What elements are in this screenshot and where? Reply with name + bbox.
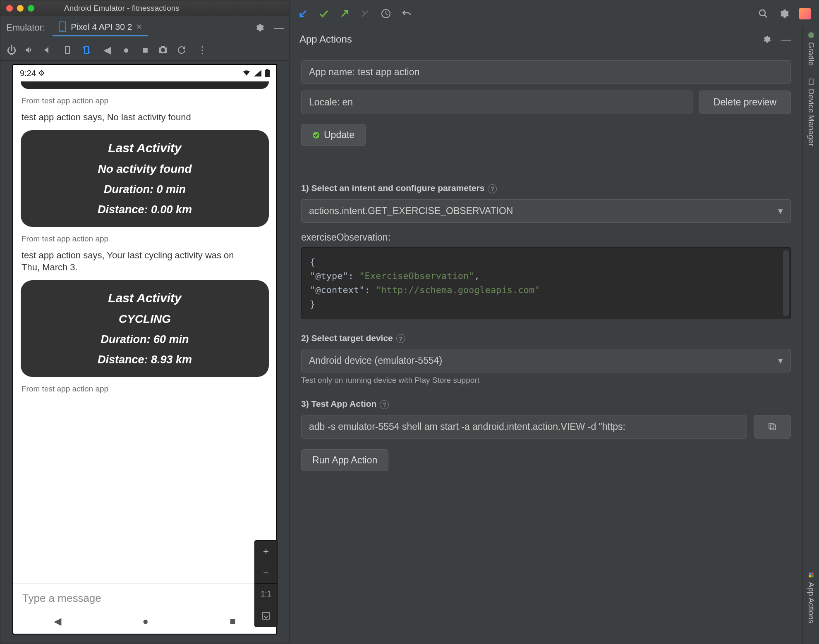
card-title: Last Activity (29, 141, 261, 155)
battery-icon (265, 69, 270, 77)
help-icon[interactable]: ? (396, 334, 405, 343)
home-icon[interactable]: ● (120, 44, 133, 56)
panel-gear-icon[interactable] (762, 35, 774, 44)
emulator-tab[interactable]: Pixel 4 API 30 2 ✕ (53, 19, 148, 36)
branch-disabled-icon (360, 8, 375, 19)
nav-back-icon[interactable]: ◀ (54, 615, 61, 627)
card-line: No activity found (29, 162, 261, 176)
check-icon[interactable] (318, 8, 333, 19)
update-button[interactable]: Update (301, 124, 366, 146)
svg-rect-3 (84, 46, 89, 54)
siderail-app-actions[interactable]: App Actions (807, 571, 816, 623)
help-icon[interactable]: ? (380, 400, 389, 409)
svg-point-17 (811, 575, 814, 577)
back-icon[interactable]: ◀ (101, 44, 114, 56)
zoom-reset-button[interactable]: 1:1 (255, 584, 277, 605)
history-icon[interactable] (381, 8, 395, 19)
svg-rect-4 (265, 70, 270, 77)
delete-preview-button[interactable]: Delete preview (699, 91, 791, 114)
window-title: Android Emulator - fitnessactions (39, 4, 283, 13)
maximize-window-icon[interactable] (28, 5, 34, 12)
settings-icon[interactable] (778, 8, 793, 19)
refresh-icon[interactable] (177, 45, 190, 55)
overview-icon[interactable]: ■ (139, 44, 152, 56)
help-icon[interactable]: ? (488, 184, 497, 193)
intent-select[interactable]: actions.intent.GET_EXERCISE_OBSERVATION … (301, 199, 791, 223)
locale-field[interactable]: Locale: en (301, 91, 692, 114)
siderail-device-manager[interactable]: Device Manager (807, 78, 816, 146)
svg-rect-10 (769, 423, 774, 428)
panel-header: App Actions — (290, 27, 802, 51)
step-label: 1) Select an intent and configure parame… (301, 183, 791, 193)
svg-rect-5 (266, 69, 268, 70)
chevron-down-icon: ▾ (778, 205, 783, 217)
assistant-text: test app action says, No last activity f… (22, 111, 253, 124)
siderail-gradle[interactable]: Gradle (807, 31, 816, 66)
close-tab-icon[interactable]: ✕ (136, 22, 142, 31)
scrollbar[interactable] (783, 250, 789, 316)
search-icon[interactable] (758, 8, 773, 19)
copy-button[interactable] (754, 415, 791, 439)
nav-home-icon[interactable]: ● (142, 615, 148, 627)
chevron-down-icon: ▾ (778, 355, 783, 366)
card-line: Duration: 60 min (29, 333, 261, 346)
undo-icon[interactable] (401, 8, 416, 19)
card-line: CYCLING (29, 312, 261, 326)
activity-card: Last Activity CYCLING Duration: 60 min D… (21, 280, 269, 377)
check-circle-icon (312, 131, 320, 139)
user-avatar[interactable] (799, 8, 811, 19)
app-name-field[interactable]: App name: test app action (301, 60, 791, 84)
screenshot-icon[interactable] (158, 45, 171, 55)
zoom-controls: + − 1:1 (254, 540, 278, 627)
mac-titlebar: Android Emulator - fitnessactions (0, 0, 289, 16)
nav-overview-icon[interactable]: ■ (230, 615, 236, 627)
card-line: Duration: 0 min (29, 183, 261, 196)
minimize-window-icon[interactable] (17, 5, 24, 12)
chat-area[interactable]: From test app action app test app action… (13, 81, 276, 583)
arrow-up-right-icon[interactable] (339, 8, 354, 19)
device-value: Android device (emulator-5554) (309, 355, 442, 366)
signal-icon (254, 70, 261, 76)
from-label: From test app action app (22, 384, 269, 394)
json-editor[interactable]: { "@type": "ExerciseObservation", "@cont… (301, 247, 791, 319)
from-label: From test app action app (22, 96, 269, 105)
svg-point-12 (808, 32, 814, 38)
rotate-right-icon[interactable] (81, 45, 95, 55)
svg-point-8 (759, 10, 765, 16)
rotate-left-icon[interactable] (62, 45, 76, 55)
from-label: From test app action app (22, 234, 269, 243)
volume-down-icon[interactable] (43, 45, 57, 55)
svg-point-16 (809, 575, 811, 577)
message-input[interactable]: Type a message (22, 592, 267, 605)
arrow-down-left-icon[interactable] (298, 8, 313, 19)
more-icon[interactable]: ⋮ (196, 44, 209, 56)
assistant-text: test app action says, Your last cycling … (22, 249, 253, 274)
activity-card: Last Activity No activity found Duration… (21, 130, 269, 227)
svg-rect-11 (771, 425, 776, 430)
close-window-icon[interactable] (6, 5, 13, 12)
svg-point-1 (62, 30, 63, 31)
side-rail: Gradle Device Manager App Actions (802, 27, 819, 644)
device-screen: 9:24 ⚙ (12, 64, 277, 634)
gear-icon[interactable] (254, 23, 267, 33)
panel-minimize-icon[interactable]: — (780, 33, 793, 45)
zoom-out-button[interactable]: − (255, 562, 277, 584)
window-controls (6, 5, 34, 12)
device-hint: Test only on running device with Play St… (301, 376, 791, 385)
volume-up-icon[interactable] (24, 45, 38, 55)
zoom-in-button[interactable]: + (255, 541, 277, 562)
svg-rect-2 (65, 46, 69, 54)
zoom-fit-button[interactable] (255, 605, 277, 627)
emulator-tab-row: Emulator: Pixel 4 API 30 2 ✕ — (0, 16, 289, 39)
intent-value: actions.intent.GET_EXERCISE_OBSERVATION (309, 205, 513, 217)
run-app-action-button[interactable]: Run App Action (301, 449, 388, 471)
device-select[interactable]: Android device (emulator-5554) ▾ (301, 349, 791, 372)
status-gear-icon: ⚙ (36, 69, 45, 78)
svg-point-9 (313, 132, 319, 138)
phone-icon (58, 21, 67, 32)
minimize-icon[interactable]: — (273, 22, 285, 33)
android-nav-bar: ◀ ● ■ (13, 609, 276, 634)
adb-command-field[interactable]: adb -s emulator-5554 shell am start -a a… (301, 415, 747, 439)
wifi-icon (242, 70, 251, 76)
power-icon[interactable]: ⏻ (5, 44, 19, 56)
